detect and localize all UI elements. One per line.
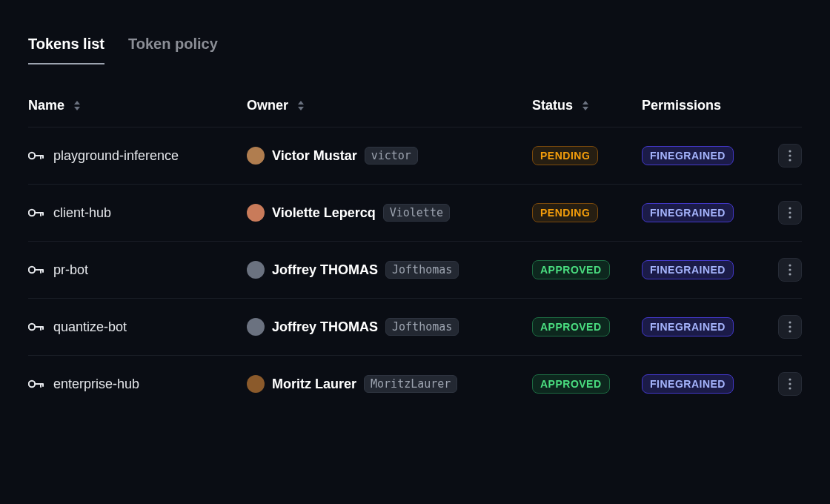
col-owner-label: Owner <box>247 98 288 113</box>
svg-point-6 <box>788 211 791 213</box>
status-badge: PENDING <box>532 146 598 165</box>
permission-cell: FINEGRAINED <box>642 203 775 222</box>
key-icon <box>28 208 44 218</box>
owner-cell[interactable]: Joffrey THOMASJofthomas <box>247 261 532 279</box>
table-row: pr-botJoffrey THOMASJofthomasAPPROVEDFIN… <box>28 241 802 298</box>
owner-cell[interactable]: Moritz LaurerMoritzLaurer <box>247 375 532 393</box>
svg-point-12 <box>29 324 35 330</box>
status-badge: APPROVED <box>532 260 610 279</box>
row-menu-button[interactable] <box>778 201 802 225</box>
owner-handle: Jofthomas <box>385 261 459 279</box>
svg-point-4 <box>29 210 35 216</box>
table-row: client-hubViolette LepercqViolettePENDIN… <box>28 184 802 241</box>
permission-badge: FINEGRAINED <box>642 374 734 394</box>
permission-cell: FINEGRAINED <box>642 374 775 394</box>
col-name[interactable]: Name <box>28 98 247 113</box>
owner-handle: Jofthomas <box>385 318 459 336</box>
owner-name: Victor Mustar <box>272 148 357 164</box>
status-cell: PENDING <box>532 146 642 165</box>
permission-badge: FINEGRAINED <box>642 146 734 165</box>
actions-cell <box>775 372 802 396</box>
permission-badge: FINEGRAINED <box>642 203 734 222</box>
actions-cell <box>775 258 802 282</box>
token-name: pr-bot <box>53 262 88 278</box>
token-name: quantize-bot <box>53 319 127 335</box>
col-permissions: Permissions <box>642 98 775 113</box>
token-name-cell[interactable]: client-hub <box>28 205 247 221</box>
key-icon <box>28 265 44 275</box>
avatar <box>247 204 265 222</box>
permission-cell: FINEGRAINED <box>642 317 775 336</box>
svg-point-11 <box>788 273 791 275</box>
actions-cell <box>775 144 802 168</box>
row-menu-button[interactable] <box>778 372 802 396</box>
row-menu-button[interactable] <box>778 144 802 168</box>
tab-token-policy[interactable]: Token policy <box>128 36 218 64</box>
status-cell: APPROVED <box>532 317 642 336</box>
tab-tokens-list[interactable]: Tokens list <box>28 36 104 64</box>
permission-cell: FINEGRAINED <box>642 260 775 279</box>
key-icon <box>28 322 44 332</box>
actions-cell <box>775 315 802 339</box>
permission-cell: FINEGRAINED <box>642 146 775 165</box>
token-name: client-hub <box>53 205 111 221</box>
key-icon <box>28 379 44 389</box>
svg-point-0 <box>29 153 35 159</box>
status-badge: APPROVED <box>532 317 610 336</box>
token-name: enterprise-hub <box>53 377 139 392</box>
status-cell: APPROVED <box>532 260 642 279</box>
status-badge: APPROVED <box>532 374 610 394</box>
svg-point-15 <box>788 330 791 332</box>
col-status[interactable]: Status <box>532 98 642 113</box>
svg-point-7 <box>788 216 791 218</box>
row-menu-button[interactable] <box>778 315 802 339</box>
token-name: playground-inference <box>53 148 179 164</box>
col-owner[interactable]: Owner <box>247 98 532 113</box>
table-row: playground-inferenceVictor MustarvictorP… <box>28 127 802 184</box>
svg-point-17 <box>788 378 791 380</box>
token-name-cell[interactable]: playground-inference <box>28 148 247 164</box>
sort-icon <box>582 101 589 110</box>
key-icon <box>28 150 44 161</box>
permission-badge: FINEGRAINED <box>642 317 734 336</box>
owner-cell[interactable]: Joffrey THOMASJofthomas <box>247 318 532 336</box>
owner-cell[interactable]: Violette LepercqViolette <box>247 204 532 222</box>
owner-name: Joffrey THOMAS <box>272 319 378 335</box>
avatar <box>247 318 265 336</box>
token-name-cell[interactable]: pr-bot <box>28 262 247 278</box>
svg-point-3 <box>788 159 791 161</box>
token-name-cell[interactable]: enterprise-hub <box>28 377 247 392</box>
avatar <box>247 375 265 393</box>
svg-point-10 <box>788 268 791 271</box>
owner-name: Joffrey THOMAS <box>272 262 378 278</box>
table-row: quantize-botJoffrey THOMASJofthomasAPPRO… <box>28 298 802 355</box>
col-status-label: Status <box>532 98 573 113</box>
owner-handle: MoritzLaurer <box>364 375 457 393</box>
sort-icon <box>297 101 305 110</box>
owner-name: Violette Lepercq <box>272 205 376 221</box>
table-header: Name Owner Status Permissions <box>28 98 802 127</box>
svg-point-2 <box>788 154 791 156</box>
owner-handle: Violette <box>383 204 450 222</box>
table-row: enterprise-hubMoritz LaurerMoritzLaurerA… <box>28 355 802 412</box>
actions-cell <box>775 201 802 225</box>
svg-point-13 <box>788 321 791 323</box>
svg-point-8 <box>29 267 35 273</box>
row-menu-button[interactable] <box>778 258 802 282</box>
svg-point-18 <box>788 382 791 385</box>
tabs: Tokens list Token policy <box>28 36 802 65</box>
status-cell: PENDING <box>532 203 642 222</box>
avatar <box>247 261 265 279</box>
svg-point-9 <box>788 264 791 266</box>
col-permissions-label: Permissions <box>642 98 721 113</box>
svg-point-19 <box>788 387 791 389</box>
token-name-cell[interactable]: quantize-bot <box>28 319 247 335</box>
owner-handle: victor <box>365 147 418 165</box>
svg-point-16 <box>29 381 35 387</box>
owner-cell[interactable]: Victor Mustarvictor <box>247 147 532 165</box>
status-badge: PENDING <box>532 203 598 222</box>
owner-name: Moritz Laurer <box>272 377 356 392</box>
sort-icon <box>73 101 81 110</box>
svg-point-5 <box>788 207 791 209</box>
svg-point-1 <box>788 150 791 152</box>
